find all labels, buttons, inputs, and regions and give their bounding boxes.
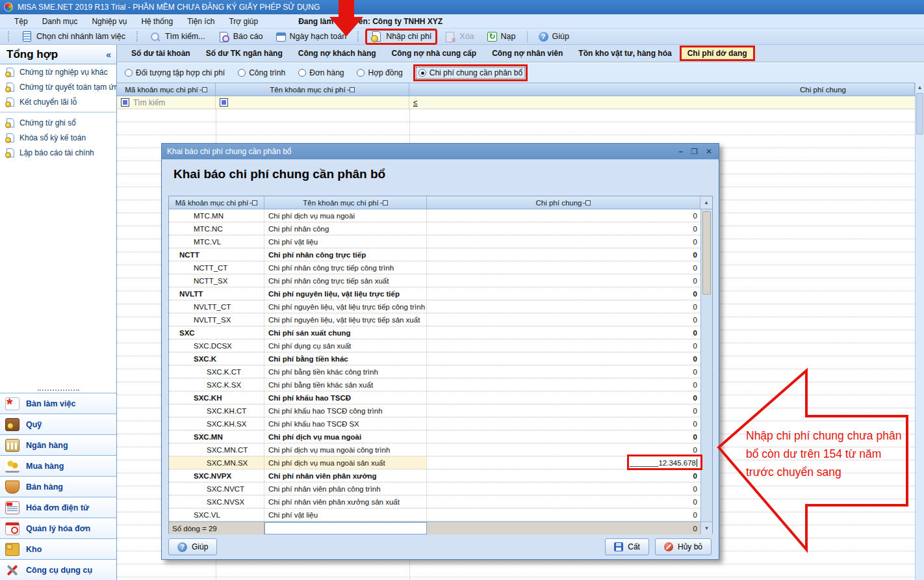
- table-row[interactable]: SXC.VLChi phí vật liệu0: [169, 508, 700, 521]
- table-row[interactable]: SXC.MN.CTChi phí dịch vụ mua ngoài công …: [169, 443, 700, 456]
- column-header-chi-phi-chung[interactable]: Chi phí chung: [409, 83, 915, 96]
- pin-icon[interactable]: [383, 200, 388, 205]
- maximize-icon[interactable]: ❒: [691, 148, 698, 155]
- sidebar-item-mua-hang[interactable]: Mua hàng: [0, 455, 116, 476]
- table-row[interactable]: NCTT_SXChi phí nhân công trực tiếp sản x…: [169, 274, 700, 287]
- pin-icon[interactable]: [350, 87, 355, 92]
- tab-cong-no-khach-hang[interactable]: Công nợ khách hàng: [292, 47, 383, 60]
- sidebar-item-khoa-so-ky-ke-toan[interactable]: Khóa sổ kỳ kế toán: [0, 130, 116, 145]
- table-row[interactable]: SXC.KH.CTChi phí khấu hao TSCĐ công trìn…: [169, 404, 700, 417]
- cost-value[interactable]: 0: [427, 235, 700, 248]
- radio-don-hang[interactable]: Đơn hàng: [298, 68, 344, 77]
- sidebar-item-ngan-hang[interactable]: Ngân hàng: [0, 434, 116, 455]
- cost-value[interactable]: 0: [427, 300, 700, 313]
- table-row[interactable]: SXC.NVSXChi phí nhân viên phân xưởng sản…: [169, 495, 700, 508]
- table-row[interactable]: SXC.K.SXChi phí bằng tiền khác sản xuất0: [169, 378, 700, 391]
- table-row-group[interactable]: NCTTChi phí nhân công trực tiếp0: [169, 248, 700, 261]
- cost-value[interactable]: 0: [427, 326, 700, 339]
- cost-value[interactable]: 0: [427, 404, 700, 417]
- tab-chi-phi-do-dang[interactable]: Chi phí dở dang: [681, 47, 754, 60]
- cost-value[interactable]: 0: [427, 443, 700, 456]
- cost-value[interactable]: 0: [427, 391, 700, 404]
- pin-icon[interactable]: [202, 87, 207, 92]
- cost-value[interactable]: 0: [427, 313, 700, 326]
- radio-hop-dong[interactable]: Hợp đồng: [357, 68, 402, 77]
- table-row[interactable]: MTC.NCChi phí nhân công0: [169, 222, 700, 235]
- cost-value[interactable]: 0: [427, 287, 700, 300]
- tab-so-du-tai-khoan[interactable]: Số dư tài khoản: [125, 47, 197, 60]
- menu-help[interactable]: Trợ giúp: [229, 17, 258, 26]
- column-header-ten-khoan-muc[interactable]: Tên khoản mục chi phí: [264, 196, 427, 209]
- sidebar-item-quan-ly-hoa-don[interactable]: Quản lý hóa đơn: [0, 518, 116, 538]
- cost-value[interactable]: 0: [427, 378, 700, 391]
- menu-file[interactable]: Tệp: [14, 17, 28, 26]
- column-header-ma-khoan-muc[interactable]: Mã khoản mục chi phí: [117, 83, 216, 96]
- main-grid-scrollbar[interactable]: ▲: [915, 83, 924, 580]
- column-header-chi-phi-chung[interactable]: Chi phí chung: [427, 196, 700, 209]
- cost-value[interactable]: 0: [427, 274, 700, 287]
- radio-chi-phi-chung-can-phan-bo[interactable]: Chi phí chung cần phân bổ: [416, 67, 525, 79]
- collapse-sidebar-icon[interactable]: «: [106, 49, 111, 60]
- scroll-thumb[interactable]: [702, 211, 711, 295]
- menu-system[interactable]: Hệ thống: [141, 17, 173, 26]
- table-row[interactable]: NVLTT_SXChi phí nguyên liệu, vật liệu tr…: [169, 313, 700, 326]
- table-row-group[interactable]: NVLTTChi phí nguyên liệu, vật liệu trực …: [169, 287, 700, 300]
- cost-value[interactable]: 0: [427, 430, 700, 443]
- sidebar-item-ket-chuyen-lai-lo[interactable]: Kết chuyển lãi lỗ: [0, 94, 116, 109]
- choose-branch-button[interactable]: Chọn chi nhánh làm việc: [17, 30, 130, 43]
- report-button[interactable]: Báo cáo: [214, 30, 268, 44]
- radio-cong-trinh[interactable]: Công trình: [238, 68, 285, 77]
- help-button[interactable]: Giúp: [168, 538, 217, 555]
- tab-ton-kho-vat-tu[interactable]: Tồn kho vật tư, hàng hóa: [572, 47, 678, 60]
- sidebar-item-cong-cu-dung-cu[interactable]: Công cụ dụng cụ: [0, 559, 116, 580]
- cost-value[interactable]: 0: [427, 365, 700, 378]
- cost-value[interactable]: 0: [427, 469, 700, 482]
- filter-cell-value[interactable]: ≤: [409, 96, 915, 109]
- scroll-down-icon[interactable]: ▼: [700, 522, 712, 534]
- sidebar-item-kho[interactable]: Kho: [0, 538, 116, 559]
- tab-cong-no-nhan-vien[interactable]: Công nợ nhân viên: [485, 47, 569, 60]
- pin-icon[interactable]: [585, 200, 591, 205]
- less-equal-operator[interactable]: ≤: [413, 98, 418, 107]
- column-header-ma-khoan-muc[interactable]: Mã khoản mục chi phí: [169, 196, 264, 209]
- table-row-group[interactable]: SXC.KHChi phí khấu hao TSCĐ0: [169, 391, 700, 404]
- table-row-selected[interactable]: SXC.MN.SX Chi phí dịch vụ mua ngoài sản …: [169, 456, 700, 469]
- cost-value[interactable]: 0: [427, 339, 700, 352]
- cost-value[interactable]: 0: [427, 482, 700, 495]
- radio-doi-tuong-tap-hop-chi-phi[interactable]: Đối tượng tập hợp chi phí: [125, 68, 225, 77]
- menu-operations[interactable]: Nghiệp vụ: [92, 17, 127, 26]
- table-row-group[interactable]: SXC.MNChi phí dịch vụ mua ngoài0: [169, 430, 700, 443]
- column-header-ten-khoan-muc[interactable]: Tên khoản mục chi phí: [216, 83, 409, 96]
- cost-value[interactable]: 0: [427, 261, 700, 274]
- table-row[interactable]: MTC.MNChi phí dịch vụ mua ngoài0: [169, 209, 700, 222]
- sidebar-item-lap-bao-cao-tai-chinh[interactable]: Lập báo cáo tài chính: [0, 145, 116, 160]
- cost-value[interactable]: 0: [427, 508, 700, 521]
- cost-value[interactable]: 0: [427, 209, 700, 222]
- table-row[interactable]: SXC.DCSXChi phí dụng cụ sản xuất0: [169, 339, 700, 352]
- table-row[interactable]: SXC.K.CTChi phí bằng tiền khác công trìn…: [169, 365, 700, 378]
- cost-value[interactable]: 0: [427, 352, 700, 365]
- table-row-group[interactable]: SXC.NVPXChi phí nhân viên phân xưởng0: [169, 469, 700, 482]
- table-row-group[interactable]: SXCChi phí sản xuất chung0: [169, 326, 700, 339]
- pin-icon[interactable]: [252, 200, 257, 205]
- sidebar-item-chung-tu-nghiep-vu-khac[interactable]: Chứng từ nghiệp vụ khác: [0, 64, 116, 79]
- tab-cong-no-nha-cung-cap[interactable]: Công nợ nhà cung cấp: [385, 47, 483, 60]
- cost-value[interactable]: 0: [427, 222, 700, 235]
- table-row-group[interactable]: SXC.KChi phí bằng tiền khác0: [169, 352, 700, 365]
- scroll-up-icon[interactable]: ▲: [916, 83, 924, 90]
- dialog-scrollbar[interactable]: [700, 209, 712, 521]
- table-row[interactable]: SXC.NVCTChi phí nhân viên phân công trìn…: [169, 482, 700, 495]
- table-row[interactable]: NVLTT_CTChi phí nguyên liệu, vật liệu tr…: [169, 300, 700, 313]
- cost-value[interactable]: 0: [427, 417, 700, 430]
- menu-utilities[interactable]: Tiện ích: [187, 17, 214, 26]
- cost-value-editing[interactable]: _______12.345.678: [427, 456, 700, 469]
- scroll-up-icon[interactable]: ▲: [700, 196, 712, 209]
- sidebar-item-quy[interactable]: Quỹ: [0, 414, 116, 434]
- sidebar-item-chung-tu-quyet-toan[interactable]: Chứng từ quyết toán tạm ứn...: [0, 79, 116, 94]
- cost-value[interactable]: 0: [427, 248, 700, 261]
- sidebar-item-chung-tu-ghi-so[interactable]: Chứng từ ghi sổ: [0, 115, 116, 130]
- filter-cell-code[interactable]: Tìm kiếm: [117, 96, 216, 109]
- sidebar-item-ban-hang[interactable]: Bán hàng: [0, 476, 116, 497]
- save-button[interactable]: Cất: [605, 538, 649, 555]
- footer-edit-cell[interactable]: [264, 522, 427, 534]
